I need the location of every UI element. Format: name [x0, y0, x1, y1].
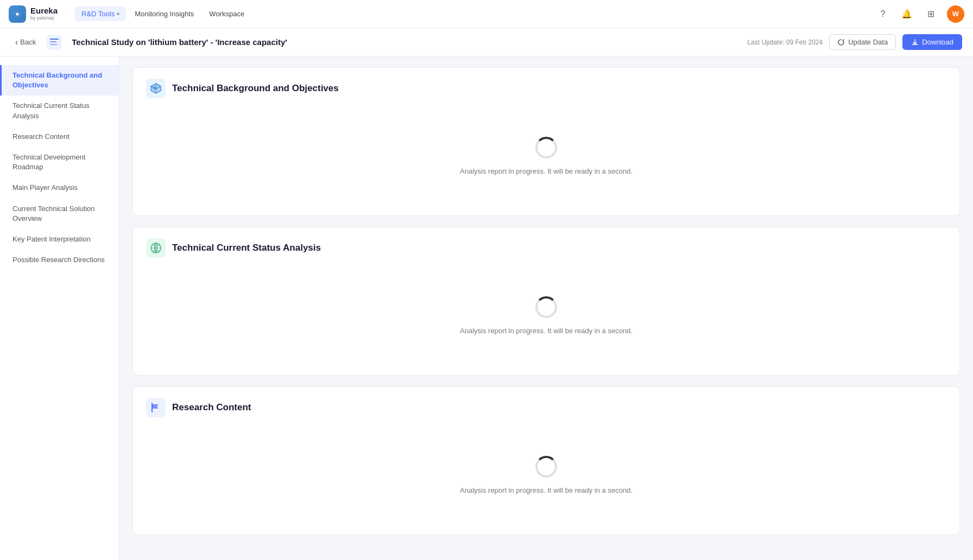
globe-icon — [146, 238, 166, 258]
brand-sub: by patsnap — [30, 16, 58, 21]
back-arrow-icon: ‹ — [15, 37, 18, 47]
svg-point-2 — [16, 12, 19, 15]
sidebar-item-tech-background[interactable]: Technical Background and Objectives — [0, 65, 119, 96]
brand-text: Eureka by patsnap — [30, 7, 58, 21]
page-header: ‹ Back Technical Study on 'lithium batte… — [0, 28, 973, 56]
loading-text-1: Analysis report in progress. It will be … — [460, 167, 633, 175]
nav-items: R&D Tools ▾ Monitoring Insights Workspac… — [75, 7, 251, 21]
top-navigation: Eureka by patsnap R&D Tools ▾ Monitoring… — [0, 0, 973, 28]
svg-rect-8 — [153, 86, 156, 90]
sidebar-item-current-status[interactable]: Technical Current Status Analysis — [0, 96, 119, 126]
section-research-content-title: Research Content — [172, 402, 251, 413]
section-research-content-header: Research Content — [133, 387, 959, 426]
sidebar-item-research-content[interactable]: Research Content — [0, 126, 119, 147]
section-tech-background-title: Technical Background and Objectives — [172, 83, 339, 94]
brand-name: Eureka — [30, 7, 58, 16]
section-current-status-title: Technical Current Status Analysis — [172, 243, 321, 253]
download-icon — [911, 39, 919, 46]
svg-rect-5 — [50, 41, 56, 42]
sidebar-item-research-directions[interactable]: Possible Research Directions — [0, 250, 119, 270]
cube-icon — [146, 79, 166, 98]
loading-spinner-2 — [535, 296, 557, 318]
page-header-right: Last Update: 09 Feb 2024 Update Data Dow… — [747, 34, 962, 50]
flag-icon — [146, 398, 166, 417]
help-icon[interactable]: ? — [875, 7, 890, 22]
user-avatar[interactable]: W — [947, 5, 964, 23]
svg-rect-6 — [50, 44, 58, 45]
sidebar: Technical Background and Objectives Tech… — [0, 56, 119, 560]
svg-rect-4 — [50, 39, 59, 40]
update-data-button[interactable]: Update Data — [829, 34, 896, 50]
nav-item-workspace[interactable]: Workspace — [203, 7, 251, 21]
section-current-status-header: Technical Current Status Analysis — [133, 227, 959, 266]
refresh-icon — [837, 39, 845, 46]
last-update-text: Last Update: 09 Feb 2024 — [747, 39, 823, 46]
section-tech-background: Technical Background and Objectives Anal… — [132, 67, 960, 216]
grid-icon[interactable]: ⊞ — [923, 7, 938, 22]
page-title: Technical Study on 'lithium battery' - '… — [72, 37, 287, 47]
svg-point-11 — [154, 246, 157, 250]
loading-text-2: Analysis report in progress. It will be … — [460, 327, 633, 335]
section-tech-background-header: Technical Background and Objectives — [133, 68, 959, 107]
chevron-down-icon: ▾ — [117, 11, 119, 17]
section-current-status-body: Analysis report in progress. It will be … — [133, 266, 959, 375]
loading-spinner-3 — [535, 456, 557, 478]
main-wrapper: Technical Background and Objectives Tech… — [0, 0, 973, 560]
loading-text-3: Analysis report in progress. It will be … — [460, 486, 633, 494]
brand-logo-area[interactable]: Eureka by patsnap — [9, 5, 58, 23]
section-research-content-body: Analysis report in progress. It will be … — [133, 426, 959, 534]
loading-spinner-1 — [535, 137, 557, 158]
page-doc-icon — [47, 35, 62, 50]
sidebar-item-solution-overview[interactable]: Current Technical Solution Overview — [0, 199, 119, 229]
download-button[interactable]: Download — [902, 34, 962, 50]
back-button[interactable]: ‹ Back — [11, 35, 40, 49]
sidebar-item-dev-roadmap[interactable]: Technical Development Roadmap — [0, 147, 119, 177]
sidebar-item-player-analysis[interactable]: Main Player Analysis — [0, 177, 119, 198]
nav-item-monitoring[interactable]: Monitoring Insights — [128, 7, 200, 21]
eureka-logo — [9, 5, 26, 23]
notification-icon[interactable]: 🔔 — [899, 7, 914, 22]
content-area: Technical Background and Objectives Anal… — [119, 56, 973, 560]
section-research-content: Research Content Analysis report in prog… — [132, 386, 960, 535]
nav-right: ? 🔔 ⊞ W — [875, 5, 964, 23]
nav-item-rd-tools[interactable]: R&D Tools ▾ — [75, 7, 126, 21]
section-tech-background-body: Analysis report in progress. It will be … — [133, 107, 959, 215]
section-current-status: Technical Current Status Analysis Analys… — [132, 227, 960, 376]
sidebar-item-patent-interpretation[interactable]: Key Patent Interpretation — [0, 229, 119, 250]
